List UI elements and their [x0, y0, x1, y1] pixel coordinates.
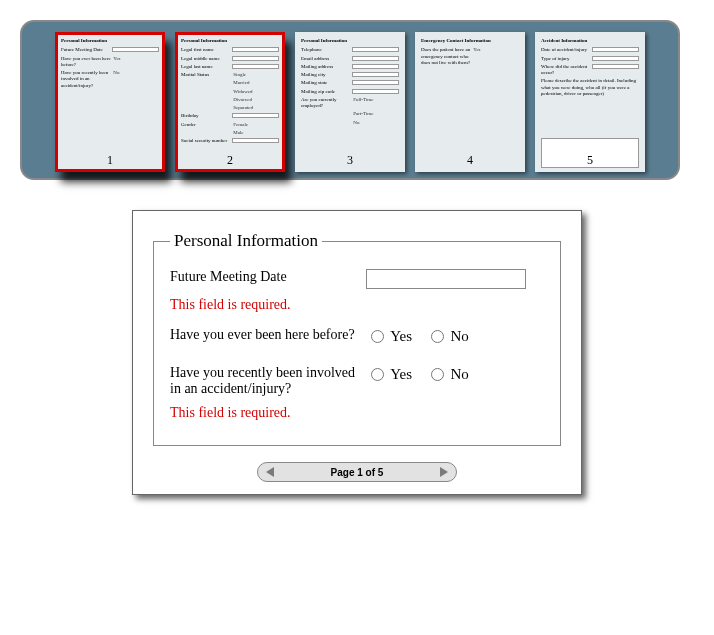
radio-option[interactable]: No	[426, 328, 469, 344]
thumbnail-field-value: Part-Time	[353, 111, 399, 117]
thumbnail-row: Does the patient have an emergency conta…	[421, 47, 519, 66]
thumbnail-row: No	[301, 120, 399, 126]
thumbnail-field-label: Are you currently employed?	[301, 97, 351, 110]
thumbnail-row: Email address	[301, 56, 399, 62]
been-here-yes-radio[interactable]	[371, 330, 384, 343]
thumbnail-field-value: Female	[233, 122, 279, 128]
radio-option[interactable]: Yes	[366, 366, 416, 382]
thumbnail-field-label: Telephone	[301, 47, 350, 53]
been-here-no-radio[interactable]	[431, 330, 444, 343]
thumbnail-input	[232, 64, 279, 69]
thumbnail-row: Legal last name	[181, 64, 279, 70]
thumbnail-field-value: No	[353, 120, 399, 126]
thumbnail-row: Divorced	[181, 97, 279, 103]
thumbnail-row: Telephone	[301, 47, 399, 53]
radio-label: No	[451, 366, 469, 382]
thumbnail-page-number: 3	[295, 153, 405, 168]
thumbnail-page-1[interactable]: Personal InformationFuture Meeting DateH…	[55, 32, 165, 172]
thumbnail-field-value: No	[113, 70, 159, 76]
thumbnail-row: Legal first name	[181, 47, 279, 53]
thumbnail-field-label: Birthday	[181, 113, 230, 119]
thumbnail-input	[232, 138, 279, 143]
radio-option[interactable]: Yes	[366, 328, 416, 344]
thumbnail-row: Part-Time	[301, 111, 399, 117]
meeting-date-input[interactable]	[366, 269, 526, 289]
meeting-date-label: Future Meeting Date	[170, 269, 366, 285]
thumbnail-row: Have you recently been involved in an ac…	[61, 70, 159, 89]
thumbnail-field-label: Legal last name	[181, 64, 230, 70]
accident-yes-radio[interactable]	[371, 368, 384, 381]
been-here-radio-group: Yes No	[366, 327, 544, 345]
thumbnail-field-value: Widowed	[233, 89, 279, 95]
thumbnail-row: Date of accident/injury	[541, 47, 639, 53]
thumbnail-row: Social security number	[181, 138, 279, 144]
accident-no-radio[interactable]	[431, 368, 444, 381]
thumbnail-page-number: 4	[415, 153, 525, 168]
thumbnail-section-title: Personal Information	[301, 38, 399, 44]
thumbnail-page-5[interactable]: Accident InformationDate of accident/inj…	[535, 32, 645, 172]
fieldset-legend: Personal Information	[170, 231, 322, 251]
thumbnail-field-value: Separated	[233, 105, 279, 111]
thumbnail-input	[232, 56, 279, 61]
thumbnail-row: Are you currently employed?Full-Time	[301, 97, 399, 110]
thumbnail-field-label: Legal middle name	[181, 56, 230, 62]
thumbnail-field-label: Have you recently been involved in an ac…	[61, 70, 111, 89]
thumbnail-field-label: Email address	[301, 56, 350, 62]
thumbnail-field-label: Does the patient have an emergency conta…	[421, 47, 471, 66]
thumbnail-section-title: Personal Information	[181, 38, 279, 44]
been-here-label: Have you ever been here before?	[170, 327, 366, 343]
thumbnail-field-value: Married	[233, 80, 279, 86]
thumbnail-field-label: Social security number	[181, 138, 230, 144]
thumbnail-input	[352, 56, 399, 61]
thumbnail-section-title: Accident Information	[541, 38, 639, 44]
thumbnail-input	[352, 72, 399, 77]
field-row: Have you recently been involved in an ac…	[170, 351, 544, 403]
thumbnail-input	[232, 47, 279, 52]
thumbnail-field-value: Full-Time	[353, 97, 399, 103]
thumbnail-page-4[interactable]: Emergency Contact InformationDoes the pa…	[415, 32, 525, 172]
thumbnail-field-label: Gender	[181, 122, 231, 128]
thumbnail-page-2[interactable]: Personal InformationLegal first nameLega…	[175, 32, 285, 172]
thumbnail-field-value: Single	[233, 72, 279, 78]
thumbnail-row: Married	[181, 80, 279, 86]
thumbnail-field-label: Legal first name	[181, 47, 230, 53]
thumbnail-row: Legal middle name	[181, 56, 279, 62]
thumbnail-strip: Personal InformationFuture Meeting DateH…	[20, 20, 680, 180]
pager-inner: Page 1 of 5	[257, 462, 457, 482]
thumbnail-field-value: Divorced	[233, 97, 279, 103]
thumbnail-row: Widowed	[181, 89, 279, 95]
thumbnail-input	[232, 113, 279, 118]
radio-option[interactable]: No	[426, 366, 469, 382]
radio-label: No	[451, 328, 469, 344]
thumbnail-row: Where did the accident occur?	[541, 64, 639, 77]
radio-label: Yes	[390, 366, 412, 382]
thumbnail-field-label: Where did the accident occur?	[541, 64, 590, 77]
thumbnail-row: Have you ever been here before?Yes	[61, 56, 159, 69]
chevron-right-icon[interactable]	[440, 467, 448, 477]
thumbnail-page-number: 5	[535, 153, 645, 168]
accident-label: Have you recently been involved in an ac…	[170, 365, 366, 397]
thumbnail-field-label: Please describe the accident in detail. …	[541, 78, 639, 138]
thumbnail-page-3[interactable]: Personal InformationTelephoneEmail addre…	[295, 32, 405, 172]
chevron-left-icon[interactable]	[266, 467, 274, 477]
thumbnail-field-label: Date of accident/injury	[541, 47, 590, 53]
validation-error: This field is required.	[170, 295, 544, 321]
field-row: Future Meeting Date	[170, 263, 544, 295]
thumbnail-row: Separated	[181, 105, 279, 111]
thumbnail-input	[352, 80, 399, 85]
thumbnail-section-title: Personal Information	[61, 38, 159, 44]
radio-label: Yes	[390, 328, 412, 344]
thumbnail-row: Mailing address	[301, 64, 399, 70]
thumbnail-input	[592, 47, 639, 52]
thumbnail-input	[592, 56, 639, 61]
thumbnail-section-title: Emergency Contact Information	[421, 38, 519, 44]
thumbnail-row: Birthday	[181, 113, 279, 119]
validation-error: This field is required.	[170, 403, 544, 429]
thumbnail-row: Mailing zip code	[301, 89, 399, 95]
thumbnail-input	[112, 47, 159, 52]
thumbnail-field-value: Yes	[113, 56, 159, 62]
field-row: Have you ever been here before? Yes No	[170, 321, 544, 351]
thumbnail-input	[592, 64, 639, 69]
thumbnail-field-label: Type of injury	[541, 56, 590, 62]
pager: Page 1 of 5	[153, 462, 561, 482]
